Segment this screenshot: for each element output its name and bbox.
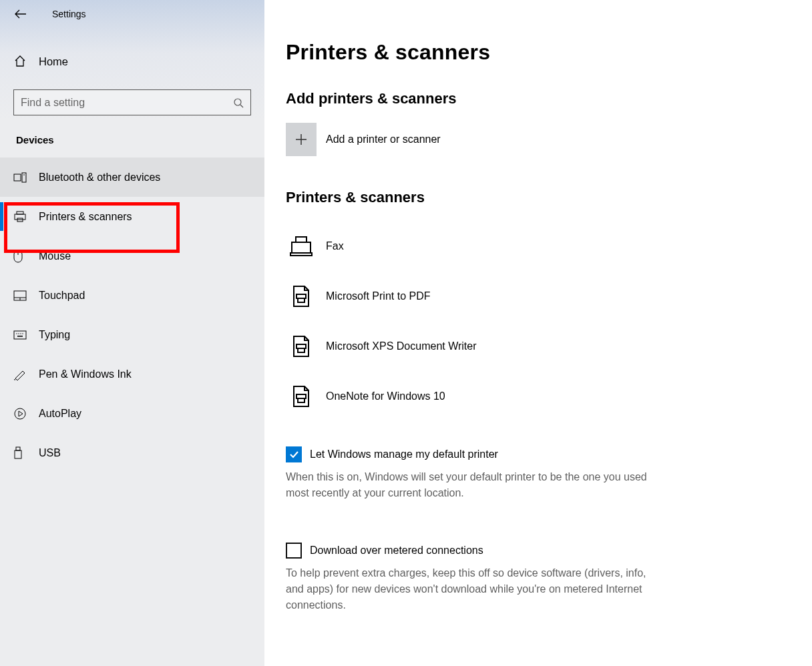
sidebar-nav: Bluetooth & other devices Printers & sca… — [0, 157, 264, 472]
svg-rect-19 — [16, 447, 20, 450]
svg-rect-4 — [17, 212, 23, 214]
metered-label: Download over metered connections — [310, 545, 483, 557]
search-icon — [233, 97, 244, 108]
sidebar-item-label: Typing — [39, 329, 70, 341]
autoplay-icon — [13, 407, 28, 420]
bluetooth-devices-icon — [13, 172, 28, 183]
metered-checkbox-row[interactable]: Download over metered connections — [286, 543, 660, 559]
device-label: OneNote for Windows 10 — [326, 390, 445, 402]
printer-item-fax[interactable]: Fax — [286, 221, 785, 271]
home-icon — [13, 55, 28, 68]
search-field[interactable] — [21, 97, 233, 109]
titlebar: Settings — [0, 0, 264, 28]
home-label: Home — [39, 55, 68, 68]
add-section-heading: Add printers & scanners — [286, 90, 785, 107]
svg-rect-5 — [15, 214, 25, 220]
svg-rect-23 — [290, 253, 312, 256]
keyboard-icon — [13, 330, 28, 340]
sidebar-item-touchpad[interactable]: Touchpad — [0, 276, 264, 315]
default-printer-description: When this is on, Windows will set your d… — [286, 469, 660, 501]
sidebar-item-label: Printers & scanners — [39, 211, 132, 223]
svg-point-18 — [15, 408, 25, 419]
svg-point-14 — [18, 333, 19, 334]
checkbox-unchecked[interactable] — [286, 543, 302, 559]
add-printer-button[interactable]: Add a printer or scanner — [286, 122, 785, 157]
printer-item-xps[interactable]: Microsoft XPS Document Writer — [286, 321, 785, 371]
app-title: Settings — [52, 9, 86, 19]
svg-rect-27 — [298, 348, 304, 352]
svg-rect-12 — [14, 331, 26, 339]
svg-point-16 — [22, 333, 23, 334]
sidebar-item-mouse[interactable]: Mouse — [0, 236, 264, 276]
sidebar-item-autoplay[interactable]: AutoPlay — [0, 394, 264, 433]
printer-item-pdf[interactable]: Microsoft Print to PDF — [286, 271, 785, 321]
svg-rect-29 — [298, 398, 304, 402]
default-printer-label: Let Windows manage my default printer — [310, 448, 498, 460]
printer-item-onenote[interactable]: OneNote for Windows 10 — [286, 371, 785, 421]
plus-icon — [294, 132, 309, 147]
metered-description: To help prevent extra charges, keep this… — [286, 565, 660, 613]
sidebar-item-printers[interactable]: Printers & scanners — [0, 197, 264, 236]
svg-point-15 — [20, 333, 21, 334]
svg-rect-25 — [298, 298, 304, 302]
sidebar-item-label: AutoPlay — [39, 408, 81, 420]
doc-printer-icon — [286, 285, 317, 308]
back-button[interactable] — [7, 0, 35, 28]
sidebar-item-home[interactable]: Home — [0, 44, 264, 79]
doc-printer-icon — [286, 385, 317, 408]
mouse-icon — [13, 250, 28, 263]
checkbox-checked[interactable] — [286, 446, 302, 462]
svg-rect-17 — [17, 336, 23, 337]
svg-point-13 — [16, 333, 17, 334]
sidebar-item-label: USB — [39, 447, 61, 459]
main-content: Printers & scanners Add printers & scann… — [264, 0, 812, 666]
default-printer-checkbox-row[interactable]: Let Windows manage my default printer — [286, 446, 660, 462]
device-label: Microsoft Print to PDF — [326, 290, 430, 302]
svg-rect-21 — [296, 237, 307, 242]
sidebar-item-typing[interactable]: Typing — [0, 315, 264, 354]
printer-icon — [13, 211, 28, 223]
arrow-left-icon — [15, 9, 27, 19]
sidebar-item-pen[interactable]: Pen & Windows Ink — [0, 354, 264, 394]
sidebar-item-label: Pen & Windows Ink — [39, 368, 132, 380]
plus-tile — [286, 123, 317, 156]
search-input[interactable] — [13, 89, 251, 115]
sidebar-item-label: Bluetooth & other devices — [39, 172, 160, 184]
doc-printer-icon — [286, 335, 317, 358]
device-label: Fax — [326, 240, 344, 252]
add-button-label: Add a printer or scanner — [326, 133, 441, 145]
usb-icon — [13, 446, 28, 460]
svg-rect-20 — [15, 450, 21, 458]
sidebar-item-label: Mouse — [39, 250, 71, 262]
touchpad-icon — [13, 290, 28, 301]
pen-icon — [13, 368, 28, 380]
sidebar: Settings Home Devices Bluetooth & oth — [0, 0, 264, 666]
fax-icon — [286, 236, 317, 257]
sidebar-item-label: Touchpad — [39, 290, 85, 302]
svg-rect-22 — [292, 242, 311, 253]
sidebar-item-usb[interactable]: USB — [0, 433, 264, 472]
svg-rect-2 — [22, 173, 26, 182]
page-title: Printers & scanners — [286, 40, 785, 65]
svg-rect-1 — [14, 174, 21, 181]
device-label: Microsoft XPS Document Writer — [326, 340, 477, 352]
devices-section-heading: Printers & scanners — [286, 189, 785, 206]
svg-point-3 — [23, 174, 25, 176]
checkmark-icon — [288, 449, 299, 460]
sidebar-item-bluetooth[interactable]: Bluetooth & other devices — [0, 157, 264, 197]
sidebar-section-header: Devices — [0, 115, 264, 156]
svg-point-0 — [234, 99, 241, 105]
